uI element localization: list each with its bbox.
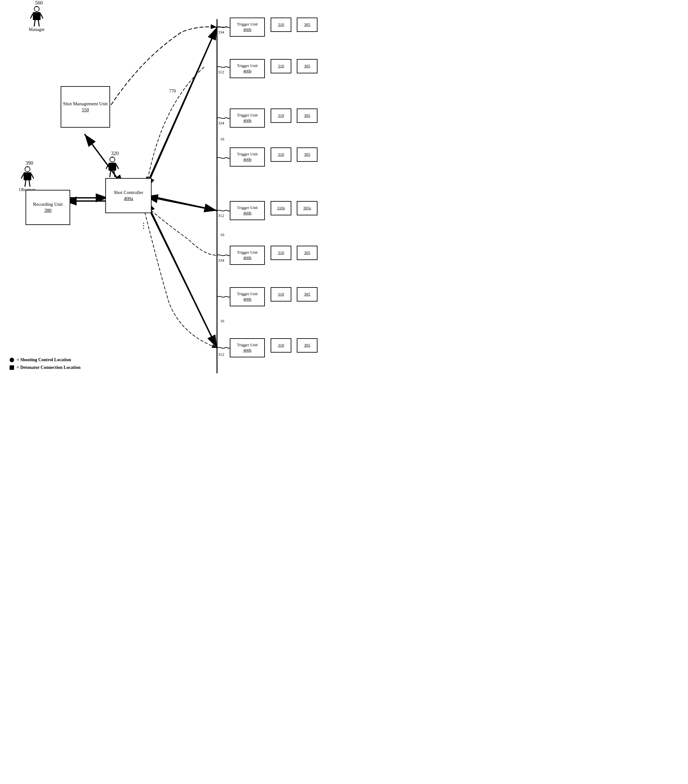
observer-icon [21,166,34,187]
tu6-det2-box: 305 [297,246,318,260]
svg-line-10 [145,199,217,348]
svg-line-29 [41,14,43,18]
tu4-det1-label: 310 [278,152,284,157]
manager-num-label: 560 [35,0,43,6]
legend-square-icon [10,366,14,370]
tu2-det2-label: 305 [304,64,311,69]
legend-square-item: = Detonator Connection Location [10,365,81,370]
shooter-icon [106,156,119,177]
sc-label: Shot Controller [114,189,143,196]
diagram-container: 16 16 16 312 312 312 334 334 334 770 ⋮ ⋮… [0,0,344,392]
tu5-label: Trigger Unit [237,205,258,211]
tu2-id: 400b [243,69,252,74]
tu1-det2-label: 305 [304,22,311,28]
tu3-box: Trigger Unit 400b [230,109,265,128]
tu3-det1-label: 310 [278,113,284,119]
tu3-id: 400b [243,118,252,124]
tu7-det2-box: 305 [297,287,318,301]
legend-circle-label: = Shooting Control Location [16,357,71,362]
tu6-det1-label: 310 [278,250,284,255]
svg-line-9 [145,196,217,211]
tu1-det2-box: 305 [297,18,318,32]
observer-figure: 390 Observer [19,166,35,193]
tu3-label: Trigger Unit [237,113,258,118]
svg-line-7 [143,198,217,348]
svg-line-5 [143,27,217,191]
tu6-box: Trigger Unit 400b [230,246,265,265]
svg-line-6 [143,194,217,211]
tu5-box: Trigger Unit 400b [230,201,265,220]
svg-text:312: 312 [218,352,224,357]
tu4-det1-box: 310 [271,147,291,162]
tu1-det1-box: 310 [271,18,291,32]
tu8-det2-box: 305 [297,338,318,352]
tu2-label: Trigger Unit [237,63,258,69]
tu8-label: Trigger Unit [237,343,258,348]
tu8-id: 400b [243,348,252,353]
ru-box: Recording Unit 380 [26,190,70,225]
tu6-id: 400b [243,255,252,261]
svg-line-42 [110,171,111,177]
tu8-det2-label: 305 [304,343,311,348]
svg-rect-27 [33,12,41,20]
legend-circle-icon [10,358,14,362]
manager-label: Manager [29,27,44,32]
svg-text:312: 312 [218,213,224,218]
tu4-label: Trigger Unit [237,152,258,157]
svg-text:16: 16 [220,137,225,142]
smu-id: 550 [82,107,89,113]
manager-icon [30,6,43,26]
tu7-label: Trigger Unit [237,292,258,297]
svg-line-37 [29,180,30,187]
svg-rect-33 [24,172,31,180]
tu5-det1-label: 310s [277,206,285,211]
tu7-id: 400b [243,297,252,302]
svg-line-8 [145,27,217,190]
legend: = Shooting Control Location = Detonator … [10,357,81,373]
svg-text:770: 770 [169,89,176,94]
tu5-det2-box: 305s [297,201,318,216]
tu6-det1-box: 310 [271,246,291,260]
tu5-det2-label: 305s [303,206,311,211]
tu7-det2-label: 305 [304,292,311,297]
svg-text:334: 334 [218,258,224,263]
svg-line-28 [30,14,33,18]
svg-line-34 [21,174,24,179]
svg-line-31 [38,20,39,26]
tu8-box: Trigger Unit 400b [230,338,265,357]
tu6-label: Trigger Unit [237,250,258,255]
tu4-id: 400b [243,157,252,162]
tu5-det1-box: 310s [271,201,291,216]
sc-box: Shot Controller 400a [105,178,151,213]
tu7-det1-box: 310 [271,287,291,301]
svg-text:334: 334 [218,30,224,35]
svg-text:334: 334 [218,120,224,125]
legend-circle-item: = Shooting Control Location [10,357,81,362]
svg-text:⋮: ⋮ [213,175,221,183]
ru-id: 380 [44,208,52,214]
shooter-num-label: 320 [111,151,119,156]
tu8-det1-box: 310 [271,338,291,352]
tu7-box: Trigger Unit 400b [230,287,265,306]
tu6-det2-label: 305 [304,250,311,255]
svg-line-35 [31,174,34,179]
tu8-det1-label: 310 [278,343,284,348]
smu-label: Shot Management Unit [63,101,108,107]
tu1-label: Trigger Unit [237,22,258,27]
tu3-det1-box: 310 [271,109,291,123]
svg-line-43 [114,171,115,177]
tu2-det1-box: 310 [271,59,291,73]
tu3-det2-label: 305 [304,113,311,119]
svg-line-41 [116,164,119,169]
svg-rect-39 [109,163,116,171]
manager-figure: 560 Manager [29,6,44,32]
svg-text:⋮: ⋮ [140,221,147,230]
tu1-box: Trigger Unit 400b [230,18,265,37]
svg-text:312: 312 [218,69,224,74]
tu2-det2-box: 305 [297,59,318,73]
svg-line-40 [106,164,109,169]
tu3-det2-box: 305 [297,109,318,123]
svg-line-36 [25,180,26,187]
smu-box: Shot Management Unit 550 [61,86,110,128]
svg-text:16: 16 [220,318,225,323]
